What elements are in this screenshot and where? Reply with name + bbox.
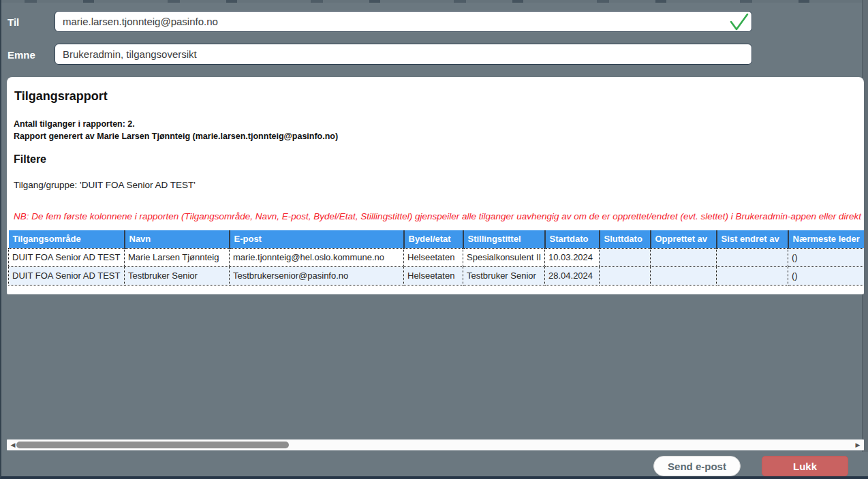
to-input[interactable] xyxy=(55,11,752,32)
table-cell: () xyxy=(788,266,865,285)
table-cell xyxy=(717,248,788,266)
report-summary: Antall tilganger i rapporten: 2. Rapport… xyxy=(14,118,864,142)
column-header: Opprettet av xyxy=(651,230,717,248)
table-cell: 28.04.2024 xyxy=(545,266,600,285)
access-table-wrap: TilgangsområdeNavnE-postBydel/etatStilli… xyxy=(8,230,864,285)
table-cell: Testbrukersenior@pasinfo.no xyxy=(230,266,404,285)
column-header: Startdato xyxy=(545,230,600,248)
clipped-background-content xyxy=(1,0,868,3)
scroll-right-arrow-icon[interactable]: ▶ xyxy=(853,440,863,450)
column-header: Bydel/etat xyxy=(404,230,463,248)
table-cell: Testbruker Senior xyxy=(125,266,230,285)
table-cell: DUIT FOA Senior AD TEST xyxy=(9,248,125,266)
filter-line: Tilgang/gruppe: 'DUIT FOA Senior AD TEST… xyxy=(14,180,864,190)
subject-input[interactable] xyxy=(55,44,752,65)
column-header: Stillingstittel xyxy=(463,230,545,248)
report-title: Tilgangsrapport xyxy=(14,89,864,104)
table-cell: Marie Larsen Tjønnteig xyxy=(125,248,230,266)
column-header: Nærmeste leder xyxy=(788,230,865,248)
table-cell xyxy=(651,266,717,285)
column-header: Sist endret av xyxy=(717,230,788,248)
table-cell xyxy=(600,266,651,285)
column-header: Sluttdato xyxy=(600,230,651,248)
table-row: DUIT FOA Senior AD TESTTestbruker Senior… xyxy=(9,266,865,285)
table-cell: 10.03.2024 xyxy=(545,248,600,266)
email-compose-dialog: Til Emne Tilgangsrapport Antall tilgange… xyxy=(0,0,868,479)
access-table: TilgangsområdeNavnE-postBydel/etatStilli… xyxy=(8,230,864,285)
close-button[interactable]: Lukk xyxy=(762,456,848,476)
report-body-panel: Tilgangsrapport Antall tilganger i rappo… xyxy=(7,77,864,294)
report-count-line: Antall tilganger i rapporten: 2. xyxy=(14,118,864,130)
table-header-row: TilgangsområdeNavnE-postBydel/etatStilli… xyxy=(9,230,865,248)
table-cell: Testbruker Senior xyxy=(463,266,545,285)
filters-heading: Filtere xyxy=(14,153,864,166)
nb-note: NB: De fem første kolonnene i rapporten … xyxy=(14,211,864,221)
table-cell: Spesialkonsulent II xyxy=(463,248,545,266)
scrollbar-thumb[interactable] xyxy=(16,442,289,448)
column-header: Navn xyxy=(125,230,230,248)
table-cell xyxy=(717,266,788,285)
column-header: Tilgangsområde xyxy=(9,230,125,248)
subject-label: Emne xyxy=(7,49,35,61)
table-cell: () xyxy=(788,248,865,266)
table-cell: marie.tjonnteig@hel.oslo.kommune.no xyxy=(230,248,404,266)
table-row: DUIT FOA Senior AD TESTMarie Larsen Tjøn… xyxy=(9,248,865,266)
to-label: Til xyxy=(7,16,19,28)
table-cell: DUIT FOA Senior AD TEST xyxy=(9,266,125,285)
send-email-button[interactable]: Send e-post xyxy=(653,456,741,476)
valid-checkmark-icon xyxy=(729,13,749,31)
column-header: E-post xyxy=(230,230,404,248)
table-cell xyxy=(651,248,717,266)
report-generated-line: Rapport generert av Marie Larsen Tjønnte… xyxy=(14,130,864,142)
table-cell: Helseetaten xyxy=(404,266,463,285)
horizontal-scrollbar[interactable]: ◀ ▶ xyxy=(7,439,864,450)
table-cell: Helseetaten xyxy=(404,248,463,266)
table-cell xyxy=(600,248,651,266)
